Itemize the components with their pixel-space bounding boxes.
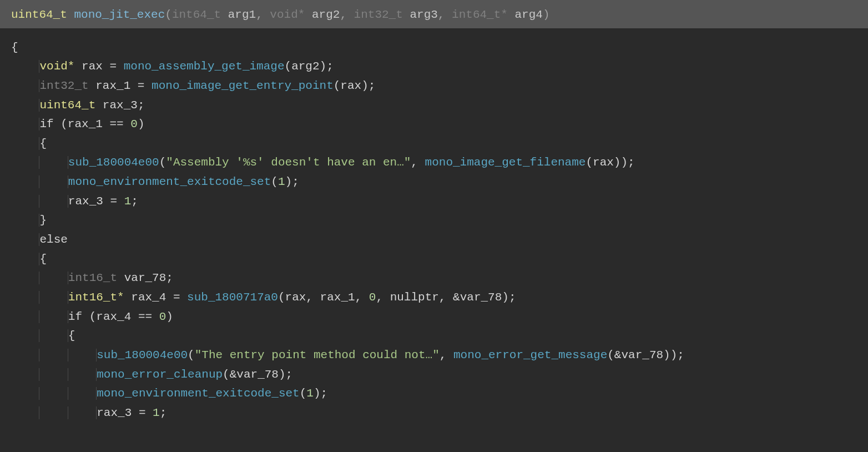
paren: (&: [607, 349, 621, 361]
var: rax_3: [103, 99, 138, 112]
arg: rax: [285, 291, 306, 304]
sep: ,: [355, 291, 369, 304]
keyword-else: else: [39, 233, 67, 246]
param2-name: arg2: [312, 8, 340, 21]
function-call[interactable]: sub_1800717a0: [187, 291, 278, 304]
type: int16_t: [68, 272, 117, 284]
op: =: [132, 406, 153, 419]
param4-type: int64_t*: [452, 8, 508, 21]
arg: rax_1: [320, 291, 355, 304]
arg: var_78: [460, 291, 502, 304]
number: 1: [278, 175, 285, 188]
param1-name: arg1: [228, 8, 256, 21]
param1-type: int64_t: [172, 8, 221, 21]
sep: , &: [439, 291, 460, 304]
paren: (&: [223, 368, 236, 381]
number: 1: [153, 406, 160, 419]
param3-name: arg3: [410, 8, 437, 21]
arg: rax: [340, 79, 361, 92]
function-call[interactable]: mono_environment_exitcode_set: [97, 387, 299, 400]
op: =: [166, 291, 187, 304]
string-literal: "The entry point method could not…": [195, 349, 440, 361]
separator-gap: [0, 28, 868, 38]
return-type: uint64_t: [11, 8, 67, 21]
paren-open: (: [165, 8, 172, 21]
function-signature-bar: uint64_t mono_jit_exec(int64_t arg1, voi…: [0, 2, 868, 28]
paren: (: [54, 118, 68, 130]
var: rax_1: [95, 79, 130, 92]
function-call[interactable]: sub_180004e00: [97, 349, 188, 361]
op: =: [103, 60, 124, 73]
function-call[interactable]: mono_error_cleanup: [97, 368, 223, 381]
param3-type: int32_t: [354, 8, 403, 21]
var: rax: [82, 60, 103, 73]
function-call[interactable]: mono_image_get_entry_point: [152, 79, 334, 92]
brace: {: [68, 329, 75, 342]
sep: ,: [411, 156, 425, 169]
op: =: [103, 195, 124, 208]
function-call[interactable]: mono_environment_exitcode_set: [68, 175, 271, 188]
brace: {: [39, 137, 47, 150]
op: ==: [131, 310, 159, 323]
type: uint64_t: [39, 99, 95, 112]
arg: var_78: [621, 349, 663, 361]
number: 1: [124, 195, 132, 208]
number: 1: [306, 387, 314, 400]
keyword-if: if: [39, 118, 53, 130]
type: int32_t: [39, 79, 88, 92]
number: 0: [130, 118, 138, 130]
string-literal: "Assembly '%s' doesn't have an en…": [166, 156, 411, 169]
paren: ): [138, 118, 145, 130]
op: =: [130, 79, 152, 92]
sep: ,: [440, 349, 453, 361]
var: rax_4: [96, 310, 131, 323]
arg: var_78: [236, 368, 279, 381]
param2-type: void*: [270, 8, 305, 21]
decompiled-code[interactable]: { void* rax = mono_assembly_get_image(ar…: [0, 38, 868, 434]
brace: {: [11, 41, 18, 54]
var: rax_3: [97, 406, 132, 419]
function-call[interactable]: mono_assembly_get_image: [124, 60, 285, 73]
function-call[interactable]: mono_error_get_message: [453, 349, 607, 361]
type: int16_t*: [68, 291, 124, 304]
function-call[interactable]: sub_180004e00: [68, 156, 159, 169]
nullptr: nullptr: [390, 291, 439, 304]
sep: ,: [438, 8, 452, 21]
param4-name: arg4: [515, 8, 543, 21]
arg: arg2: [291, 60, 319, 73]
var: rax_4: [131, 291, 166, 304]
paren: ): [166, 310, 173, 323]
var: rax_1: [68, 118, 103, 130]
brace: {: [39, 253, 47, 265]
brace: }: [39, 214, 47, 227]
sep: ,: [376, 291, 390, 304]
type: void*: [39, 60, 74, 73]
number: 0: [159, 310, 166, 323]
sep: ,: [340, 8, 354, 21]
number: 0: [369, 291, 376, 304]
paren-close: ): [543, 8, 550, 21]
arg: rax: [593, 156, 614, 169]
var: var_78: [124, 272, 166, 284]
function-name[interactable]: mono_jit_exec: [74, 8, 165, 21]
function-call[interactable]: mono_image_get_filename: [425, 156, 586, 169]
var: rax_3: [68, 195, 103, 208]
op: ==: [103, 118, 130, 130]
sep: ,: [306, 291, 320, 304]
paren: (: [82, 310, 96, 323]
sep: ,: [256, 8, 270, 21]
keyword-if: if: [68, 310, 82, 323]
